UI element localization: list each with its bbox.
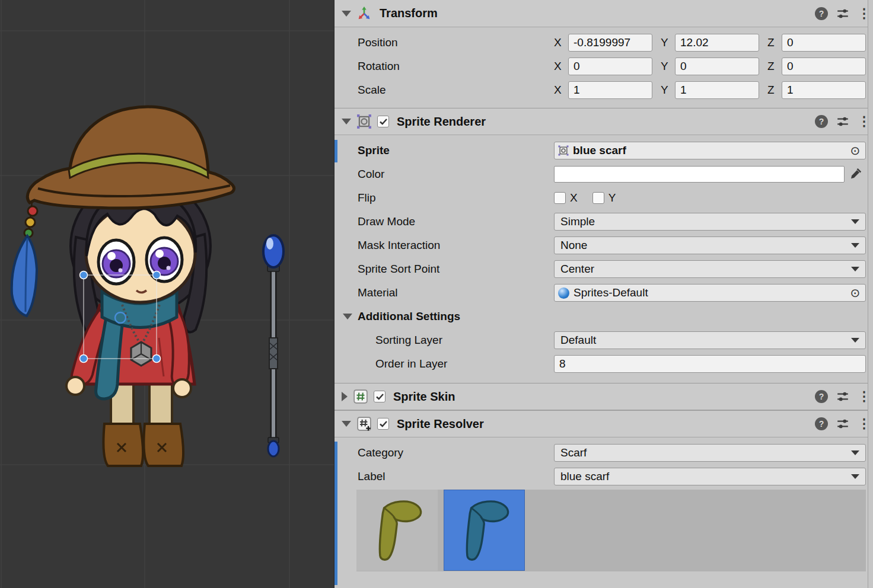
selection-handle-bottom-left [80, 355, 88, 363]
blue-scarf-image [451, 497, 518, 564]
foldout-closed-icon[interactable] [342, 392, 348, 401]
mask-interaction-label: Mask Interaction [358, 239, 554, 252]
position-z-field[interactable]: 0 [782, 34, 866, 52]
override-indicator-resolver [334, 442, 337, 585]
sprite-renderer-enabled-checkbox[interactable] [377, 116, 389, 127]
sprite-object-field[interactable]: blue scarf ⊙ [554, 142, 866, 159]
menu-icon[interactable]: ⋮ [858, 417, 865, 430]
category-label: Category [358, 446, 554, 459]
selection-handle-top-left [80, 271, 88, 279]
axis-x-label: X [554, 60, 568, 73]
presets-icon[interactable] [836, 115, 849, 128]
scale-x-field[interactable]: 1 [568, 81, 652, 99]
help-icon[interactable]: ? [815, 7, 828, 20]
object-picker-icon[interactable]: ⊙ [847, 143, 863, 158]
foldout-open-icon[interactable] [342, 421, 351, 427]
scene-view[interactable] [0, 0, 334, 588]
rotation-z-field[interactable]: 0 [782, 57, 866, 75]
sprite-skin-enabled-checkbox[interactable] [374, 391, 385, 402]
mask-interaction-dropdown[interactable]: None [554, 237, 866, 254]
eyedropper-icon[interactable] [845, 165, 866, 183]
sprite-variant-picker [356, 490, 866, 571]
rotation-label: Rotation [358, 60, 554, 73]
material-row: Material Sprites-Default ⊙ [334, 281, 873, 305]
color-label: Color [358, 168, 554, 181]
flip-row: Flip X Y [334, 186, 873, 210]
sorting-layer-dropdown[interactable]: Default [554, 331, 866, 349]
axis-y-label: Y [661, 60, 675, 73]
help-icon[interactable]: ? [815, 417, 828, 430]
order-in-layer-label: Order in Layer [358, 357, 554, 370]
sprite-skin-header[interactable]: Sprite Skin ? ⋮ [334, 383, 873, 410]
rotation-y-field[interactable]: 0 [675, 57, 759, 75]
mask-interaction-row: Mask Interaction None [334, 234, 873, 257]
presets-icon[interactable] [836, 417, 849, 430]
position-x-field[interactable]: -0.8199997 [568, 34, 652, 52]
inspector-scrollbar[interactable] [868, 0, 873, 588]
axis-y-label: Y [661, 36, 675, 49]
sprite-resolver-enabled-checkbox[interactable] [377, 418, 389, 430]
position-row: Position X -0.8199997 Y 12.02 Z 0 [334, 31, 873, 55]
help-icon[interactable]: ? [815, 115, 828, 128]
color-swatch[interactable] [554, 166, 845, 183]
sprite-sort-point-row: Sprite Sort Point Center [334, 257, 873, 281]
axis-z-label: Z [767, 84, 782, 97]
unity-editor: Transform ? ⋮ Position X -0.8199997 Y 12… [0, 0, 873, 588]
foldout-open-icon[interactable] [342, 11, 351, 17]
draw-mode-dropdown[interactable]: Simple [554, 213, 866, 231]
chevron-down-icon [851, 267, 859, 271]
menu-icon[interactable]: ⋮ [858, 390, 865, 403]
label-label: Label [358, 470, 554, 483]
presets-icon[interactable] [836, 390, 849, 403]
override-indicator-sprite [334, 140, 337, 162]
chevron-down-icon [851, 338, 859, 343]
olive-scarf-thumbnail[interactable] [356, 490, 438, 571]
foldout-open-icon[interactable] [343, 314, 352, 319]
sprite-sort-point-label: Sprite Sort Point [358, 263, 554, 276]
flip-x-label: X [570, 191, 578, 204]
sprite-sort-point-dropdown[interactable]: Center [554, 260, 866, 278]
flip-y-checkbox[interactable] [592, 192, 604, 204]
flip-label: Flip [358, 191, 554, 204]
blue-scarf-thumbnail[interactable] [444, 490, 525, 571]
menu-icon[interactable]: ⋮ [858, 115, 865, 128]
transform-header[interactable]: Transform ? ⋮ [334, 0, 873, 27]
sprite-row: Sprite blue scarf ⊙ [334, 139, 873, 162]
label-row: Label blue scarf [334, 465, 873, 488]
check-icon [380, 119, 387, 125]
flip-x-checkbox[interactable] [554, 192, 566, 204]
help-icon[interactable]: ? [815, 390, 828, 403]
additional-settings-row[interactable]: Additional Settings [334, 305, 873, 328]
color-row: Color [334, 162, 873, 186]
category-row: Category Scarf [334, 441, 873, 465]
additional-settings-label: Additional Settings [358, 310, 460, 323]
rotation-row: Rotation X 0 Y 0 Z 0 [334, 55, 873, 78]
draw-mode-row: Draw Mode Simple [334, 210, 873, 234]
object-picker-icon[interactable]: ⊙ [847, 285, 863, 301]
label-dropdown[interactable]: blue scarf [554, 468, 866, 485]
scale-label: Scale [358, 84, 554, 97]
material-label: Material [358, 286, 554, 299]
scale-z-field[interactable]: 1 [782, 81, 866, 99]
category-dropdown[interactable]: Scarf [554, 444, 866, 462]
scale-row: Scale X 1 Y 1 Z 1 [334, 78, 873, 102]
sorting-layer-label: Sorting Layer [358, 334, 554, 347]
sprite-resolver-header[interactable]: Sprite Resolver ? ⋮ [334, 410, 873, 437]
material-object-field[interactable]: Sprites-Default ⊙ [554, 284, 866, 302]
sorting-layer-row: Sorting Layer Default [334, 328, 873, 352]
order-in-layer-field[interactable]: 8 [554, 355, 866, 373]
foldout-open-icon[interactable] [342, 119, 351, 124]
selection-handle-top-right [153, 271, 161, 279]
axis-z-label: Z [767, 36, 782, 49]
rotation-x-field[interactable]: 0 [568, 57, 652, 75]
position-y-field[interactable]: 12.02 [675, 34, 759, 52]
scale-y-field[interactable]: 1 [675, 81, 759, 99]
sprite-renderer-header[interactable]: Sprite Renderer ? ⋮ [334, 108, 873, 135]
sprite-renderer-title: Sprite Renderer [397, 115, 486, 129]
chevron-down-icon [851, 474, 859, 479]
presets-icon[interactable] [836, 7, 849, 20]
order-in-layer-row: Order in Layer 8 [334, 352, 873, 376]
sprite-resolver-body: Category Scarf Label blue scarf [334, 437, 873, 490]
sprite-object-name: blue scarf [573, 144, 843, 157]
menu-icon[interactable]: ⋮ [858, 7, 865, 20]
